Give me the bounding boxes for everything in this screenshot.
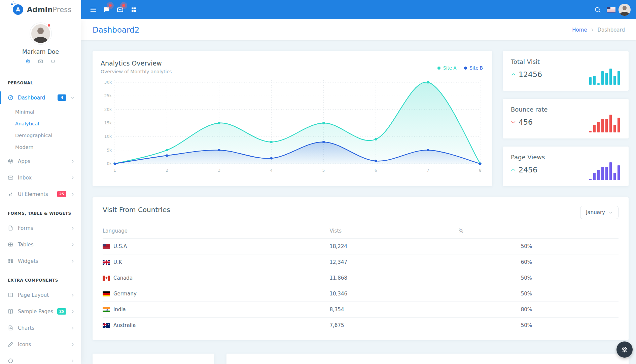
sidebar-item-dashboard[interactable]: Dashboard4	[0, 89, 81, 106]
breadcrumb: Home Dashboard	[572, 27, 625, 33]
percent-value: 60%	[521, 254, 619, 270]
tables-icon	[8, 242, 13, 247]
country-name: U.S.A	[113, 243, 127, 249]
svg-text:7: 7	[427, 168, 429, 173]
sidebar-item-label: Icons	[18, 341, 70, 348]
sidebar-item-apps[interactable]: Apps	[0, 153, 81, 169]
sidebar-item-label: Tables	[18, 242, 70, 248]
trend-up-icon	[511, 72, 516, 77]
analytics-chart: 0k5k10k15k20k25k30k12345678	[101, 77, 484, 178]
stat-cards-column: Total Visit 12456 Bounce rate 456 Page V…	[503, 51, 629, 186]
country-name: Canada	[113, 275, 133, 281]
sidebar-item-item[interactable]	[0, 353, 81, 364]
svg-text:0k: 0k	[107, 161, 112, 166]
page-title: Dashboard2	[93, 26, 139, 34]
stat-value: 12456	[519, 70, 542, 79]
settings-fab[interactable]	[616, 341, 633, 358]
percent-value: 50%	[521, 318, 619, 333]
uk-flag-icon	[103, 260, 110, 265]
profile-mail-button[interactable]	[37, 58, 44, 66]
table-row-u-s-a: U.S.A 18,224 50%	[103, 239, 619, 254]
sidebar-item-page-layout[interactable]: Page Layout	[0, 287, 81, 303]
ui-elements-icon	[8, 191, 13, 197]
legend-item-site-b[interactable]: Site B	[464, 65, 483, 71]
nav-section-label: EXTRA COMPONENTS	[0, 278, 81, 287]
country-name: Germany	[113, 291, 137, 297]
brand-logo[interactable]: A AdminPress	[0, 0, 81, 19]
breadcrumb-home-link[interactable]: Home	[572, 27, 587, 33]
sidebar-item-icons[interactable]: Icons	[0, 336, 81, 353]
topbar-avatar	[619, 4, 631, 16]
sidebar-item-charts[interactable]: Charts	[0, 320, 81, 336]
user-menu-button[interactable]	[618, 3, 631, 16]
svg-text:20k: 20k	[104, 107, 112, 112]
analytics-card: Analytics Overview Overview of Monthly a…	[93, 51, 492, 186]
chevron-right-icon	[70, 259, 75, 264]
sidebar-subitem-analytical[interactable]: Analytical	[0, 118, 81, 129]
profile-status-dot	[47, 24, 51, 27]
country-name: India	[113, 307, 126, 313]
power-icon	[50, 59, 56, 64]
visits-value: 12,347	[330, 254, 459, 270]
profile-settings-button[interactable]	[25, 58, 31, 66]
sidebar-item-label: Dashboard	[18, 95, 58, 101]
mail-button[interactable]	[113, 3, 127, 16]
partial-card	[93, 354, 214, 364]
visits-value: 11,868	[330, 270, 459, 286]
percent-value: 50%	[521, 270, 619, 286]
menu-toggle-button[interactable]	[86, 3, 100, 16]
table-row-india: India 8,354 80%	[103, 302, 619, 318]
apps-grid-button[interactable]	[127, 3, 140, 16]
notification-dot	[122, 4, 125, 7]
column-header-vists: Vists	[330, 223, 459, 239]
sample-pages-icon	[8, 309, 13, 314]
forms-icon	[8, 225, 13, 231]
sidebar-subitem-modern[interactable]: Modern	[0, 141, 81, 153]
page-layout-icon	[8, 292, 13, 298]
svg-text:5: 5	[322, 168, 325, 173]
breadcrumb-separator-icon	[590, 28, 595, 32]
sidebar-item-sample-pages[interactable]: Sample Pages25	[0, 303, 81, 320]
svg-text:2: 2	[166, 168, 168, 173]
svg-text:6: 6	[375, 168, 377, 173]
sidebar-subitem-demographical[interactable]: Demographical	[0, 129, 81, 141]
brand-name: AdminPress	[27, 6, 72, 14]
month-select[interactable]: January	[580, 206, 619, 219]
message-icon	[103, 6, 110, 13]
sidebar-item-inbox[interactable]: Inbox	[0, 169, 81, 186]
chevron-right-icon	[70, 242, 75, 247]
nav-section-label: PERSONAL	[0, 81, 81, 89]
svg-text:3: 3	[218, 168, 220, 173]
stat-mini-bar-chart	[589, 114, 620, 132]
legend-dot	[464, 67, 467, 70]
visits-value: 10,346	[330, 286, 459, 302]
sidebar-item-forms[interactable]: Forms	[0, 220, 81, 236]
stat-card-bounce-rate: Bounce rate 456	[503, 99, 629, 138]
profile-name: Markarn Doe	[0, 48, 81, 55]
visits-value: 18,224	[330, 239, 459, 254]
visits-value: 8,354	[330, 302, 459, 318]
sidebar: Markarn Doe PERSONALDashboard4MinimalAna…	[0, 19, 81, 364]
svg-text:15k: 15k	[104, 121, 112, 125]
breadcrumb-current: Dashboard	[598, 27, 625, 33]
search-button[interactable]	[591, 3, 604, 16]
chevron-right-icon	[70, 342, 75, 347]
ca-flag-icon	[103, 276, 110, 281]
chevron-right-icon	[70, 309, 75, 314]
nav-section-label: FORMS, TABLE & WIDGETS	[0, 211, 81, 220]
stat-value: 2456	[519, 166, 537, 174]
sidebar-subitem-minimal[interactable]: Minimal	[0, 106, 81, 118]
sidebar-item-tables[interactable]: Tables	[0, 236, 81, 253]
profile-logout-button[interactable]	[50, 58, 56, 66]
language-button[interactable]	[604, 3, 618, 16]
countries-title: Visit From Countries	[103, 206, 170, 214]
charts-icon	[8, 325, 13, 331]
svg-text:30k: 30k	[104, 80, 112, 85]
search-icon	[594, 6, 601, 13]
legend-item-site-a[interactable]: Site A	[437, 65, 456, 71]
sidebar-item-ui-elements[interactable]: Ui Elements25	[0, 186, 81, 202]
svg-text:5k: 5k	[107, 148, 112, 153]
sidebar-item-widgets[interactable]: Widgets	[0, 253, 81, 269]
messages-button[interactable]	[100, 3, 113, 16]
svg-text:4: 4	[270, 168, 273, 173]
